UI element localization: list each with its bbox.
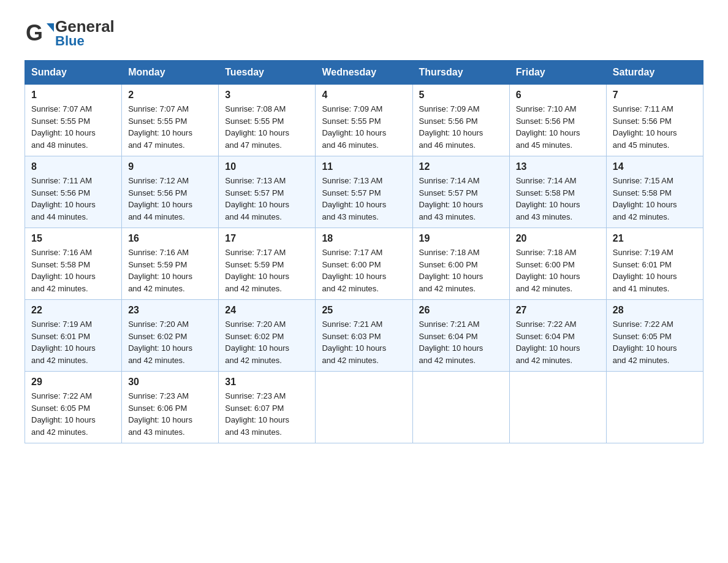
day-info: Sunrise: 7:15 AMSunset: 5:58 PMDaylight:…	[613, 175, 697, 223]
calendar-cell: 23Sunrise: 7:20 AMSunset: 6:02 PMDayligh…	[122, 300, 219, 372]
day-number: 26	[419, 305, 503, 316]
day-info: Sunrise: 7:22 AMSunset: 6:05 PMDaylight:…	[31, 390, 115, 438]
calendar-cell: 26Sunrise: 7:21 AMSunset: 6:04 PMDayligh…	[412, 300, 509, 372]
day-number: 12	[419, 161, 503, 172]
calendar-cell: 12Sunrise: 7:14 AMSunset: 5:57 PMDayligh…	[412, 156, 509, 228]
day-number: 1	[31, 90, 115, 101]
day-number: 29	[31, 377, 115, 388]
calendar-cell: 3Sunrise: 7:08 AMSunset: 5:55 PMDaylight…	[219, 85, 316, 156]
calendar-cell: 20Sunrise: 7:18 AMSunset: 6:00 PMDayligh…	[509, 228, 606, 300]
calendar-cell: 25Sunrise: 7:21 AMSunset: 6:03 PMDayligh…	[316, 300, 412, 372]
day-info: Sunrise: 7:13 AMSunset: 5:57 PMDaylight:…	[225, 175, 309, 223]
day-number: 18	[322, 233, 406, 244]
weekday-header-saturday: Saturday	[606, 61, 703, 85]
calendar-cell: 15Sunrise: 7:16 AMSunset: 5:58 PMDayligh…	[25, 228, 122, 300]
day-number: 4	[322, 90, 406, 101]
week-row-3: 15Sunrise: 7:16 AMSunset: 5:58 PMDayligh…	[25, 228, 703, 300]
weekday-header-row: SundayMondayTuesdayWednesdayThursdayFrid…	[25, 61, 703, 85]
day-number: 30	[128, 377, 212, 388]
calendar-cell: 27Sunrise: 7:22 AMSunset: 6:04 PMDayligh…	[509, 300, 606, 372]
day-number: 14	[613, 161, 697, 172]
day-info: Sunrise: 7:18 AMSunset: 6:00 PMDaylight:…	[419, 247, 503, 294]
day-number: 20	[516, 233, 600, 244]
day-info: Sunrise: 7:22 AMSunset: 6:04 PMDaylight:…	[516, 318, 600, 366]
calendar-cell: 6Sunrise: 7:10 AMSunset: 5:56 PMDaylight…	[509, 85, 606, 156]
calendar-cell: 14Sunrise: 7:15 AMSunset: 5:58 PMDayligh…	[606, 156, 703, 228]
day-number: 25	[322, 305, 406, 316]
day-number: 27	[516, 305, 600, 316]
week-row-4: 22Sunrise: 7:19 AMSunset: 6:01 PMDayligh…	[25, 300, 703, 372]
day-info: Sunrise: 7:09 AMSunset: 5:55 PMDaylight:…	[322, 103, 406, 151]
day-info: Sunrise: 7:19 AMSunset: 6:01 PMDaylight:…	[613, 247, 697, 294]
day-number: 17	[225, 233, 309, 244]
day-number: 10	[225, 161, 309, 172]
day-info: Sunrise: 7:10 AMSunset: 5:56 PMDaylight:…	[516, 103, 600, 151]
day-info: Sunrise: 7:07 AMSunset: 5:55 PMDaylight:…	[31, 103, 115, 151]
calendar-cell: 22Sunrise: 7:19 AMSunset: 6:01 PMDayligh…	[25, 300, 122, 372]
weekday-header-tuesday: Tuesday	[219, 61, 316, 85]
calendar-cell	[316, 372, 412, 443]
calendar-table: SundayMondayTuesdayWednesdayThursdayFrid…	[25, 60, 703, 443]
day-number: 22	[31, 305, 115, 316]
calendar-cell: 18Sunrise: 7:17 AMSunset: 6:00 PMDayligh…	[316, 228, 412, 300]
day-info: Sunrise: 7:19 AMSunset: 6:01 PMDaylight:…	[31, 318, 115, 366]
calendar-cell: 2Sunrise: 7:07 AMSunset: 5:55 PMDaylight…	[122, 85, 219, 156]
calendar-cell: 24Sunrise: 7:20 AMSunset: 6:02 PMDayligh…	[219, 300, 316, 372]
day-info: Sunrise: 7:07 AMSunset: 5:55 PMDaylight:…	[128, 103, 212, 151]
day-number: 16	[128, 233, 212, 244]
day-info: Sunrise: 7:16 AMSunset: 5:58 PMDaylight:…	[31, 247, 115, 294]
weekday-header-sunday: Sunday	[25, 61, 122, 85]
calendar-cell: 9Sunrise: 7:12 AMSunset: 5:56 PMDaylight…	[122, 156, 219, 228]
calendar-cell: 4Sunrise: 7:09 AMSunset: 5:55 PMDaylight…	[316, 85, 412, 156]
day-number: 8	[31, 161, 115, 172]
day-info: Sunrise: 7:18 AMSunset: 6:00 PMDaylight:…	[516, 247, 600, 294]
day-info: Sunrise: 7:16 AMSunset: 5:59 PMDaylight:…	[128, 247, 212, 294]
day-info: Sunrise: 7:11 AMSunset: 5:56 PMDaylight:…	[31, 175, 115, 223]
day-number: 24	[225, 305, 309, 316]
calendar-cell: 8Sunrise: 7:11 AMSunset: 5:56 PMDaylight…	[25, 156, 122, 228]
day-info: Sunrise: 7:14 AMSunset: 5:57 PMDaylight:…	[419, 175, 503, 223]
day-info: Sunrise: 7:23 AMSunset: 6:07 PMDaylight:…	[225, 390, 309, 438]
page-header: G General Blue	[25, 18, 703, 48]
calendar-cell: 13Sunrise: 7:14 AMSunset: 5:58 PMDayligh…	[509, 156, 606, 228]
calendar-cell: 16Sunrise: 7:16 AMSunset: 5:59 PMDayligh…	[122, 228, 219, 300]
day-info: Sunrise: 7:21 AMSunset: 6:03 PMDaylight:…	[322, 318, 406, 366]
day-number: 3	[225, 90, 309, 101]
logo-general: General	[55, 18, 115, 34]
day-info: Sunrise: 7:12 AMSunset: 5:56 PMDaylight:…	[128, 175, 212, 223]
day-info: Sunrise: 7:17 AMSunset: 6:00 PMDaylight:…	[322, 247, 406, 294]
day-info: Sunrise: 7:22 AMSunset: 6:05 PMDaylight:…	[613, 318, 697, 366]
logo-blue: Blue	[55, 34, 115, 48]
calendar-cell: 11Sunrise: 7:13 AMSunset: 5:57 PMDayligh…	[316, 156, 412, 228]
day-number: 5	[419, 90, 503, 101]
calendar-cell: 31Sunrise: 7:23 AMSunset: 6:07 PMDayligh…	[219, 372, 316, 443]
weekday-header-wednesday: Wednesday	[316, 61, 412, 85]
week-row-5: 29Sunrise: 7:22 AMSunset: 6:05 PMDayligh…	[25, 372, 703, 443]
week-row-1: 1Sunrise: 7:07 AMSunset: 5:55 PMDaylight…	[25, 85, 703, 156]
week-row-2: 8Sunrise: 7:11 AMSunset: 5:56 PMDaylight…	[25, 156, 703, 228]
day-number: 28	[613, 305, 697, 316]
calendar-cell	[412, 372, 509, 443]
svg-marker-1	[47, 23, 54, 32]
calendar-cell: 17Sunrise: 7:17 AMSunset: 5:59 PMDayligh…	[219, 228, 316, 300]
calendar-cell: 21Sunrise: 7:19 AMSunset: 6:01 PMDayligh…	[606, 228, 703, 300]
day-number: 6	[516, 90, 600, 101]
day-info: Sunrise: 7:13 AMSunset: 5:57 PMDaylight:…	[322, 175, 406, 223]
day-info: Sunrise: 7:17 AMSunset: 5:59 PMDaylight:…	[225, 247, 309, 294]
calendar-cell: 10Sunrise: 7:13 AMSunset: 5:57 PMDayligh…	[219, 156, 316, 228]
calendar-cell	[509, 372, 606, 443]
day-number: 7	[613, 90, 697, 101]
svg-text:G: G	[26, 20, 43, 45]
day-info: Sunrise: 7:21 AMSunset: 6:04 PMDaylight:…	[419, 318, 503, 366]
day-number: 11	[322, 161, 406, 172]
day-info: Sunrise: 7:09 AMSunset: 5:56 PMDaylight:…	[419, 103, 503, 151]
weekday-header-thursday: Thursday	[412, 61, 509, 85]
calendar-cell: 1Sunrise: 7:07 AMSunset: 5:55 PMDaylight…	[25, 85, 122, 156]
day-info: Sunrise: 7:14 AMSunset: 5:58 PMDaylight:…	[516, 175, 600, 223]
day-number: 31	[225, 377, 309, 388]
day-info: Sunrise: 7:23 AMSunset: 6:06 PMDaylight:…	[128, 390, 212, 438]
day-number: 2	[128, 90, 212, 101]
day-number: 21	[613, 233, 697, 244]
weekday-header-monday: Monday	[122, 61, 219, 85]
day-info: Sunrise: 7:08 AMSunset: 5:55 PMDaylight:…	[225, 103, 309, 151]
